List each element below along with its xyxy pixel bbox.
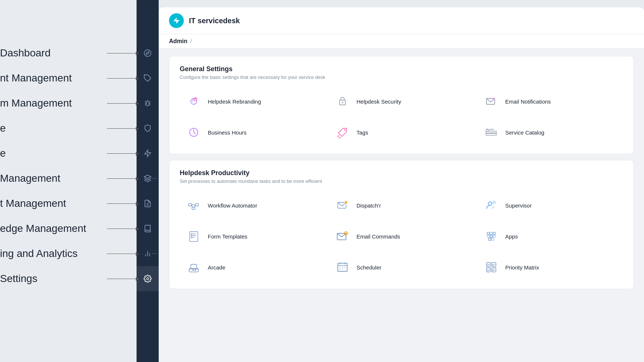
svg-marker-5 [144,175,151,178]
priority-matrix-icon [484,260,498,274]
tags-label: Tags [357,129,368,136]
shield-icon [144,124,152,132]
svg-point-38 [493,201,495,203]
workflow-automator-label: Workflow Automator [208,202,257,209]
svg-rect-33 [192,207,195,209]
svg-point-11 [147,278,149,280]
svg-rect-52 [493,232,495,234]
sidebar-item-layers[interactable]: ⋮ [137,166,159,191]
sidebar-item-zap[interactable] [137,141,159,166]
breadcrumb: Admin / [159,34,644,49]
svg-point-21 [344,129,345,131]
scheduler-item[interactable]: Scheduler [328,255,474,280]
sidebar-item-analytics[interactable]: ⋮ [137,241,159,266]
book-icon [144,224,152,233]
supervisor-item[interactable]: Supervisor [477,193,623,218]
tags-icon [335,125,349,139]
helpdesk-security-item[interactable]: Helpdesk Security [328,89,474,114]
svg-rect-27 [492,129,493,130]
helpdesk-productivity-subtitle: Set processes to automate mundane tasks … [180,178,623,184]
compass-icon [144,49,152,57]
label-release: e [0,141,137,166]
svg-rect-26 [490,129,492,130]
general-settings-grid: Helpdesk Rebranding Helpdesk Security [180,89,623,145]
svg-rect-40 [190,232,198,241]
tag-icon [144,74,152,82]
security-icon [335,94,349,108]
main-content: IT servicedesk Admin / General Settings … [159,7,644,362]
breadcrumb-separator: / [190,38,192,45]
business-hours-item[interactable]: Business Hours [180,120,326,145]
svg-point-0 [144,50,151,56]
bar-chart-icon [144,250,152,258]
service-catalog-item[interactable]: Service Catalog [477,120,623,145]
scheduler-icon [335,260,349,274]
email-commands-label: Email Commands [357,233,400,240]
form-templates-label: Form Templates [208,233,247,240]
sidebar-item-settings[interactable] [137,266,159,291]
svg-rect-56 [489,238,491,240]
arcade-icon [187,260,201,274]
form-templates-item[interactable]: Form Templates [180,224,326,249]
tags-item[interactable]: Tags [328,120,474,145]
rebranding-icon [187,94,201,108]
label-problem: m Management [0,91,137,116]
svg-rect-24 [486,129,488,131]
svg-rect-50 [487,232,489,234]
svg-rect-28 [189,203,192,206]
supervisor-icon [484,198,498,212]
bug-icon [144,99,152,107]
svg-rect-55 [493,235,495,237]
general-settings-card: General Settings Configure the basic set… [169,56,634,154]
priority-matrix-item[interactable]: Priority Matrix [477,255,623,280]
svg-rect-53 [487,235,489,237]
email-commands-item[interactable]: Email Commands [328,224,474,249]
layers-icon [144,174,152,182]
brand-logo [169,13,184,28]
helpdesk-security-label: Helpdesk Security [357,98,401,105]
sidebar-item-tag[interactable] [137,66,159,91]
business-hours-label: Business Hours [208,129,247,136]
sidebar-item-bug[interactable] [137,91,159,116]
general-settings-subtitle: Configure the basic settings that are ne… [180,74,623,80]
svg-rect-46 [191,237,192,238]
layers-dots[interactable]: ⋮ [152,176,157,181]
helpdesk-rebranding-item[interactable]: Helpdesk Rebranding [180,89,326,114]
file-icon [144,199,152,208]
clock-icon [187,125,201,139]
label-reporting: ing and Analytics [0,241,137,266]
dispatchr-label: Dispatch'r [357,202,381,209]
svg-rect-29 [192,205,195,207]
sidebar-item-shield[interactable] [137,116,159,141]
icon-sidebar: ⋮ ⋮ [137,0,159,362]
helpdesk-productivity-grid: Workflow Automator Dispatch'r [180,193,623,280]
brand-name: IT servicedesk [189,17,240,25]
scheduler-label: Scheduler [357,264,382,271]
catalog-icon [484,125,498,139]
email-notifications-item[interactable]: Email Notifications [477,89,623,114]
svg-rect-3 [146,101,149,106]
analytics-dots[interactable]: ⋮ [152,251,157,256]
svg-rect-54 [490,235,492,237]
svg-point-37 [488,202,492,206]
sidebar-item-book[interactable] [137,216,159,241]
apps-item[interactable]: Apps [477,224,623,249]
svg-rect-45 [191,235,192,236]
sidebar-item-dashboard[interactable] [137,41,159,66]
settings-icon [144,275,152,283]
svg-point-63 [195,269,196,271]
email-cmd-icon [335,229,349,243]
label-knowledge: edge Management [0,216,137,241]
label-settings: Settings [0,266,137,291]
service-catalog-label: Service Catalog [505,129,544,136]
arcade-item[interactable]: Arcade [180,255,326,280]
header: IT servicedesk [159,7,644,34]
workflow-automator-item[interactable]: Workflow Automator [180,193,326,218]
dispatchr-item[interactable]: Dispatch'r [328,193,474,218]
svg-rect-23 [486,133,497,135]
helpdesk-productivity-card: Helpdesk Productivity Set processes to a… [169,160,634,289]
breadcrumb-admin[interactable]: Admin [169,38,187,45]
content-body: General Settings Configure the basic set… [159,49,644,362]
sidebar-item-file[interactable] [137,191,159,216]
arcade-label: Arcade [208,264,225,271]
